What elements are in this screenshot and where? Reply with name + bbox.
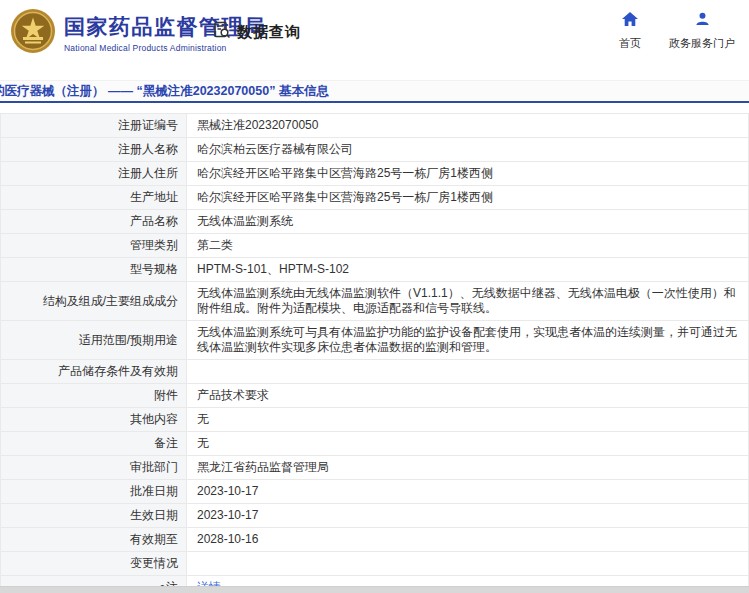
nav-home-label: 首页 xyxy=(619,36,641,51)
row-value: 2023-10-17 xyxy=(187,480,749,504)
row-value: 无 xyxy=(187,432,749,456)
row-label: 产品储存条件及有效期 xyxy=(1,360,187,384)
table-row: 产品储存条件及有效期 xyxy=(1,360,749,384)
row-value: 产品技术要求 xyxy=(187,384,749,408)
org-name-en: National Medical Products Administration xyxy=(64,43,267,53)
row-label: 适用范围/预期用途 xyxy=(1,321,187,360)
table-row: 产品名称 无线体温监测系统 xyxy=(1,210,749,234)
row-value: 无 xyxy=(187,408,749,432)
row-label: 附件 xyxy=(1,384,187,408)
row-value: 哈尔滨经开区哈平路集中区营海路25号一栋厂房1楼西侧 xyxy=(187,162,749,186)
row-label: 注册证编号 xyxy=(1,114,187,138)
row-value: 哈尔滨柏云医疗器械有限公司 xyxy=(187,138,749,162)
table-row: 有效期至 2028-10-16 xyxy=(1,528,749,552)
table-row: 生产地址 哈尔滨经开区哈平路集中区营海路25号一栋厂房1楼西侧 xyxy=(1,186,749,210)
table-row: 注册人名称 哈尔滨柏云医疗器械有限公司 xyxy=(1,138,749,162)
table-row: 注册人住所 哈尔滨经开区哈平路集中区营海路25号一栋厂房1楼西侧 xyxy=(1,162,749,186)
row-label: 备注 xyxy=(1,432,187,456)
row-value: 黑龙江省药品监督管理局 xyxy=(187,456,749,480)
row-value: 无线体温监测系统 xyxy=(187,210,749,234)
table-row: 批准日期 2023-10-17 xyxy=(1,480,749,504)
row-label: 产品名称 xyxy=(1,210,187,234)
table-row: 备注 无 xyxy=(1,432,749,456)
table-row: 附件 产品技术要求 xyxy=(1,384,749,408)
row-value: 无线体温监测系统可与具有体温监护功能的监护设备配套使用，实现患者体温的连续测量，… xyxy=(187,321,749,360)
row-label: 注册人住所 xyxy=(1,162,187,186)
national-emblem-icon xyxy=(10,8,56,58)
row-label: 批准日期 xyxy=(1,480,187,504)
registration-info: 注册证编号 黑械注准20232070050 注册人名称 哈尔滨柏云医疗器械有限公… xyxy=(0,113,749,593)
page: 国家药品监督管理局 National Medical Products Admi… xyxy=(0,0,749,593)
row-label: 生效日期 xyxy=(1,504,187,528)
info-table-body: 注册证编号 黑械注准20232070050 注册人名称 哈尔滨柏云医疗器械有限公… xyxy=(1,114,749,593)
row-value: 无线体温监测系统由无线体温监测软件（V1.1.1）、无线数据中继器、无线体温电极… xyxy=(187,282,749,321)
nav-portal-label: 政务服务门户 xyxy=(669,36,735,51)
page-title: 的医疗器械（注册） —— “黑械注准20232070050” 基本信息 xyxy=(0,83,329,100)
table-row: 管理类别 第二类 xyxy=(1,234,749,258)
table-row: 其他内容 无 xyxy=(1,408,749,432)
page-title-bar: 的医疗器械（注册） —— “黑械注准20232070050” 基本信息 xyxy=(0,80,749,103)
row-value: HPTM-S-101、HPTM-S-102 xyxy=(187,258,749,282)
row-label: 注册人名称 xyxy=(1,138,187,162)
row-value: 2028-10-16 xyxy=(187,528,749,552)
table-row: 注册证编号 黑械注准20232070050 xyxy=(1,114,749,138)
table-row: 适用范围/预期用途 无线体温监测系统可与具有体温监护功能的监护设备配套使用，实现… xyxy=(1,321,749,360)
row-label: 有效期至 xyxy=(1,528,187,552)
top-nav: 首页 政务服务门户 xyxy=(619,12,735,51)
row-value: 黑械注准20232070050 xyxy=(187,114,749,138)
row-label: 结构及组成/主要组成成分 xyxy=(1,282,187,321)
row-label: 管理类别 xyxy=(1,234,187,258)
footer-strip xyxy=(0,586,749,593)
nav-portal[interactable]: 政务服务门户 xyxy=(669,12,735,51)
data-query-section: 数据查询 xyxy=(212,20,301,44)
document-search-icon xyxy=(212,20,232,44)
row-label: 其他内容 xyxy=(1,408,187,432)
table-row: 审批部门 黑龙江省药品监督管理局 xyxy=(1,456,749,480)
table-row: 型号规格 HPTM-S-101、HPTM-S-102 xyxy=(1,258,749,282)
row-label: 生产地址 xyxy=(1,186,187,210)
person-icon xyxy=(695,12,710,30)
table-row: 生效日期 2023-10-17 xyxy=(1,504,749,528)
row-label: 变更情况 xyxy=(1,552,187,576)
site-header: 国家药品监督管理局 National Medical Products Admi… xyxy=(0,0,749,80)
home-icon xyxy=(622,12,638,30)
row-label: 型号规格 xyxy=(1,258,187,282)
section-title-label: 数据查询 xyxy=(237,23,301,42)
row-value xyxy=(187,360,749,384)
table-row: 结构及组成/主要组成成分 无线体温监测系统由无线体温监测软件（V1.1.1）、无… xyxy=(1,282,749,321)
row-value: 第二类 xyxy=(187,234,749,258)
row-label: 审批部门 xyxy=(1,456,187,480)
row-value: 哈尔滨经开区哈平路集中区营海路25号一栋厂房1楼西侧 xyxy=(187,186,749,210)
info-table: 注册证编号 黑械注准20232070050 注册人名称 哈尔滨柏云医疗器械有限公… xyxy=(0,113,749,593)
table-row: 变更情况 xyxy=(1,552,749,576)
row-value: 2023-10-17 xyxy=(187,504,749,528)
row-value xyxy=(187,552,749,576)
nav-home[interactable]: 首页 xyxy=(619,12,641,51)
